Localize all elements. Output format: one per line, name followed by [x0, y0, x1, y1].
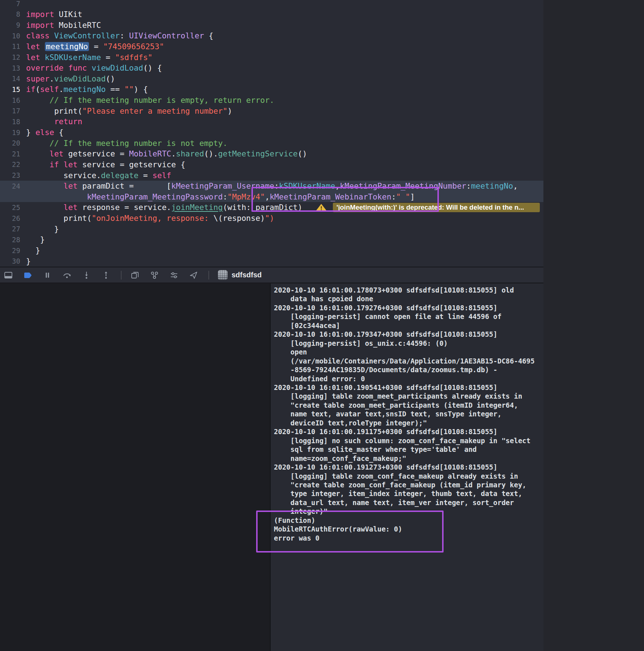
line-number[interactable]: 30 [0, 256, 26, 266]
view-hierarchy-icon [130, 270, 140, 280]
pause-execution-button[interactable] [43, 270, 52, 280]
line-number[interactable]: 18 [0, 116, 26, 127]
code-line[interactable]: 7 [0, 0, 543, 9]
code-line[interactable]: 13override func viewDidLoad() { [0, 63, 543, 74]
console-line: [logging] table zoom_conf_face_makeup al… [274, 472, 542, 480]
code-text: return [26, 117, 543, 126]
console-line: type integer, item_index integer, thumb … [274, 489, 542, 498]
variables-view[interactable] [0, 284, 270, 651]
console-line: "create table zoom_meet_participants (it… [274, 401, 542, 410]
warning-icon[interactable] [314, 203, 328, 212]
breakpoint-gutter[interactable]: 15 [0, 84, 26, 95]
line-number[interactable]: 25 [0, 202, 26, 213]
line-number[interactable]: 14 [0, 73, 26, 84]
code-line[interactable]: 16 // If the meeting number is empty, re… [0, 95, 543, 106]
line-number[interactable] [0, 192, 26, 202]
code-line[interactable]: 26 print("onJoinMeeting, response: \(res… [0, 213, 543, 224]
code-line[interactable]: 27 } [0, 223, 543, 234]
line-number[interactable]: 27 [0, 223, 26, 234]
code-line[interactable]: 15if(self.meetingNo == "") { [0, 84, 543, 95]
line-number[interactable]: 11 [0, 41, 26, 52]
line-number[interactable]: 8 [0, 9, 26, 20]
line-number[interactable]: 9 [0, 20, 26, 30]
line-number[interactable]: 7 [0, 0, 26, 9]
console-line: Undefined error: 0 [274, 374, 542, 383]
line-number[interactable]: 19 [0, 127, 26, 138]
code-text: import MobileRTC [26, 21, 543, 30]
code-line[interactable]: 14super.viewDidLoad() [0, 73, 543, 84]
line-number[interactable]: 29 [0, 245, 26, 256]
step-over-button[interactable] [62, 270, 72, 280]
step-into-button[interactable] [82, 270, 91, 280]
console-line: deviceID text,roleType integer);" [274, 419, 542, 427]
code-line[interactable]: 20 // If the meeting number is not empty… [0, 138, 543, 148]
pause-icon [43, 270, 52, 280]
step-out-button[interactable] [101, 270, 111, 280]
console-line: data_url text, name text, item_ver integ… [274, 498, 542, 507]
console-line: [logging] no such column: zoom_conf_face… [274, 436, 542, 445]
code-text: class ViewController: UIViewController { [26, 31, 543, 40]
code-line[interactable]: kMeetingParam_MeetingPassword:"MpMzv4",k… [0, 192, 543, 202]
code-line[interactable]: 12let kSDKUserName = "sdfdfs" [0, 52, 543, 63]
code-line[interactable]: 23 service.delegate = self [0, 170, 543, 181]
code-text: let getservice = MobileRTC.shared().getM… [26, 149, 543, 158]
line-number[interactable]: 10 [0, 30, 26, 41]
code-text: let kSDKUserName = "sdfdfs" [26, 53, 543, 62]
line-number[interactable]: 13 [0, 63, 26, 74]
console-pane[interactable]: 2020-10-10 16:01:00.178073+0300 sdfsdfsd… [270, 284, 543, 651]
code-line[interactable]: 10class ViewController: UIViewController… [0, 30, 543, 41]
line-number[interactable]: 28 [0, 234, 26, 245]
console-line: [logging-persist] os_unix.c:44596: (0) [274, 339, 542, 348]
debug-area: 2020-10-10 16:01:00.178073+0300 sdfsdfsd… [0, 284, 543, 651]
code-line[interactable]: 8import UIKit [0, 9, 543, 20]
debug-view-hierarchy-button[interactable] [130, 270, 140, 280]
console-line: [logging-persist] cannot open file at li… [274, 312, 542, 321]
line-number[interactable]: 12 [0, 52, 26, 63]
simulate-location-button[interactable] [189, 270, 198, 280]
code-text: } [26, 224, 543, 234]
code-text: // If the meeting number is empty, retur… [26, 96, 543, 105]
code-line[interactable]: 22 if let service = getservice { [0, 159, 543, 170]
app-icon [218, 270, 228, 280]
code-line[interactable]: 29 } [0, 245, 543, 256]
code-line[interactable]: 25 let response = service.joinMeeting(wi… [0, 202, 543, 213]
code-line[interactable]: 21 let getservice = MobileRTC.shared().g… [0, 148, 543, 159]
hide-debug-area-button[interactable] [4, 270, 13, 280]
console-line: integer)" [274, 507, 542, 516]
console-line: name text, avatar text,snsID text, snsTy… [274, 410, 542, 418]
console-line: 2020-10-10 16:01:00.191273+0300 sdfsdfsd… [274, 463, 542, 471]
code-line[interactable]: 28 } [0, 234, 543, 245]
memory-graph-icon [150, 270, 159, 280]
line-number[interactable]: 24 [0, 181, 26, 192]
code-line[interactable]: 18 return [0, 116, 543, 127]
code-line[interactable]: 11let meetingNo = "74509656253" [0, 41, 543, 52]
environment-overrides-button[interactable] [169, 270, 179, 280]
code-line[interactable]: 24 let paramDict = [kMeetingParam_Userna… [0, 181, 543, 192]
code-line[interactable]: 19} else { [0, 127, 543, 138]
line-number[interactable]: 17 [0, 105, 26, 116]
code-text: } [26, 257, 543, 266]
step-over-icon [62, 270, 72, 280]
line-number[interactable]: 20 [0, 138, 26, 148]
breakpoints-toggle-button[interactable] [23, 270, 33, 280]
line-number[interactable]: 22 [0, 159, 26, 170]
memory-graph-button[interactable] [150, 270, 159, 280]
debug-bar: sdfsdfsd [0, 267, 543, 283]
console-line: 2020-10-10 16:01:00.190541+0300 sdfsdfsd… [274, 383, 542, 392]
console-line: data has cpoied done [274, 294, 542, 303]
line-number[interactable]: 21 [0, 148, 26, 159]
console-line: MobileRTCAuthError(rawValue: 0) [274, 525, 542, 533]
code-line[interactable]: 30} [0, 256, 543, 266]
line-number[interactable]: 16 [0, 95, 26, 106]
source-editor-pane[interactable]: 78import UIKit9import MobileRTC10class V… [0, 0, 543, 267]
deprecation-warning-band[interactable]: 'joinMeeting(with:)' is deprecated: Will… [333, 203, 540, 212]
line-number[interactable]: 26 [0, 213, 26, 224]
step-into-icon [82, 270, 91, 280]
code-line[interactable]: 9import MobileRTC [0, 20, 543, 30]
code-text: if(self.meetingNo == "") { [26, 85, 543, 94]
background-strip [543, 0, 644, 651]
line-number[interactable]: 23 [0, 170, 26, 181]
code-line[interactable]: 17 print("Please enter a meeting number"… [0, 105, 543, 116]
code-text: print("Please enter a meeting number") [26, 106, 543, 116]
process-name-label: sdfsdfsd [232, 271, 262, 279]
